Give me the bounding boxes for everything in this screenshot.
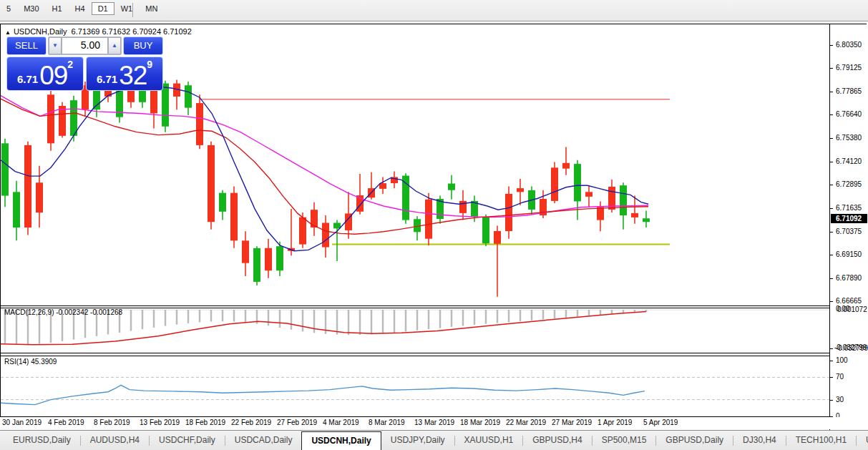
candle-body-bear	[24, 145, 31, 228]
buy-price-panel[interactable]: 6.71 32 9	[86, 57, 163, 91]
candle-body-bear	[265, 248, 272, 270]
volume-increase-button[interactable]: ▲	[108, 37, 121, 54]
tab-usdjpy-daily[interactable]: USDJPY,Daily	[381, 431, 454, 450]
macd-min-label: -0.032799	[834, 343, 867, 351]
price-axis[interactable]: 6.803506.791256.778656.766406.753806.741…	[829, 24, 867, 430]
chart-window: ▲USDCNH,Daily 6.71369 6.71632 6.70924 6.…	[0, 24, 867, 429]
tab-gbpusd-daily[interactable]: GBPUSD,Daily	[656, 431, 733, 450]
buy-price-sup: 9	[147, 59, 152, 70]
price-axis-label: 6.76640	[836, 110, 862, 118]
candle-body-bear	[36, 182, 43, 212]
rsi-axis-label: 30	[836, 396, 844, 403]
candle-body-bear	[597, 207, 604, 220]
price-axis-label: 6.79125	[836, 64, 862, 72]
tab-gbpusd-h4[interactable]: GBPUSD,H4	[523, 431, 591, 450]
rsi-axis-label: 100	[836, 356, 848, 364]
candle-body-bull	[185, 85, 192, 107]
candle-body-bull	[574, 164, 581, 201]
date-axis-label: 5 Apr 2019	[643, 419, 678, 426]
candle-body-bear	[517, 188, 524, 192]
macd-value-label: 0.001072	[837, 305, 867, 313]
candle-body-bear	[242, 240, 249, 263]
candle-body-bull	[13, 192, 20, 228]
current-price-box: 6.71092	[831, 214, 867, 223]
candle-body-bull	[333, 222, 341, 228]
axis-tick	[830, 232, 833, 233]
price-axis-label: 6.71635	[836, 204, 862, 212]
timeframe-button-d1[interactable]: D1	[92, 2, 114, 15]
tab-xauusd-h1[interactable]: XAUUSD,H1	[455, 431, 523, 450]
date-axis-label: 30 Jan 2019	[2, 419, 42, 426]
date-axis-label: 13 Feb 2019	[140, 419, 180, 426]
price-axis-label: 6.80350	[836, 41, 862, 49]
price-axis-label: 6.69150	[836, 250, 862, 258]
buy-button[interactable]: BUY	[123, 36, 163, 55]
candle-body-bull	[253, 248, 260, 282]
tab-dj30-h4[interactable]: DJ30,H4	[733, 431, 786, 450]
sell-price-prefix: 6.71	[17, 72, 38, 87]
axis-tick	[830, 400, 833, 401]
date-axis[interactable]: 30 Jan 20194 Feb 20198 Feb 201913 Feb 20…	[0, 417, 868, 429]
volume-decrease-button[interactable]: ▼	[49, 37, 62, 54]
candle-body-bull	[1, 143, 9, 195]
timeframe-button-5[interactable]: 5	[0, 2, 17, 15]
sell-price-panel[interactable]: 6.71 09 2	[6, 57, 84, 91]
toolbar-separator	[132, 3, 133, 17]
candle-body-bull	[402, 176, 409, 220]
axis-tick	[830, 114, 833, 115]
tab-ukc[interactable]: UKC	[857, 431, 868, 450]
sell-price-sup: 2	[67, 59, 73, 70]
date-axis-label: 8 Mar 2019	[369, 419, 405, 426]
price-axis-label: 6.67890	[836, 274, 862, 282]
date-axis-label: 4 Mar 2019	[323, 419, 359, 426]
candle-body-bear	[585, 192, 593, 197]
candle-body-bear	[47, 94, 54, 143]
price-axis-label: 6.74120	[836, 157, 862, 165]
candle-body-bear	[208, 145, 215, 222]
candle-body-bear	[631, 213, 638, 217]
price-axis-label: 6.66665	[836, 297, 862, 305]
date-axis-label: 27 Mar 2019	[552, 419, 592, 426]
axis-tick	[830, 208, 833, 209]
buy-price-prefix: 6.71	[97, 72, 117, 87]
candle-body-bull	[276, 246, 283, 270]
date-axis-label: 13 Mar 2019	[414, 419, 454, 426]
timeframe-button-h4[interactable]: H4	[69, 2, 92, 15]
axis-tick	[830, 255, 833, 255]
ma-red-medium	[1, 99, 648, 234]
macd-signal-line	[1, 312, 646, 345]
volume-input[interactable]: 5.00	[62, 37, 108, 54]
candle-body-bear	[505, 194, 512, 231]
axis-tick	[830, 138, 833, 139]
tab-audusd-h4[interactable]: AUDUSD,H4	[81, 431, 149, 450]
timeframe-button-w1[interactable]: W1	[114, 2, 140, 15]
candle-body-bear	[230, 193, 238, 241]
timeframe-button-h1[interactable]: H1	[46, 2, 69, 15]
buy-price-big: 32	[119, 64, 147, 87]
rsi-axis-label: 70	[836, 373, 844, 381]
date-axis-label: 22 Mar 2019	[506, 419, 546, 426]
tab-usdcnh-daily[interactable]: USDCNH,Daily	[301, 431, 381, 450]
rsi-line	[1, 385, 645, 404]
date-axis-label: 4 Feb 2019	[48, 419, 84, 426]
timeframe-button-m30[interactable]: M30	[17, 2, 45, 15]
date-axis-label: 27 Feb 2019	[277, 419, 317, 426]
candle-body-bull	[482, 217, 489, 244]
sell-button[interactable]: SELL	[6, 36, 47, 55]
tab-sp500-m15[interactable]: SP500,M15	[593, 431, 656, 450]
axis-tick	[830, 185, 833, 185]
date-axis-label: 18 Feb 2019	[185, 419, 225, 426]
candle-body-bear	[562, 163, 570, 169]
axis-tick	[830, 92, 833, 92]
axis-tick	[830, 45, 833, 46]
one-click-trading-widget: SELL ▼ 5.00 ▲ BUY 6.71 09 2 6.71 32 9	[6, 36, 163, 91]
tab-tech100-h1[interactable]: TECH100,H1	[786, 431, 856, 450]
axis-tick	[830, 162, 833, 162]
candle-body-bull	[620, 185, 627, 215]
timeframe-button-mn[interactable]: MN	[139, 2, 164, 15]
price-axis-label: 6.72895	[836, 180, 862, 188]
tab-eurusd-daily[interactable]: EURUSD,Daily	[4, 431, 80, 450]
tab-usdcad-daily[interactable]: USDCAD,Daily	[225, 431, 302, 450]
tab-usdchf-daily[interactable]: USDCHF,Daily	[150, 431, 225, 450]
candle-body-bull	[219, 193, 226, 212]
